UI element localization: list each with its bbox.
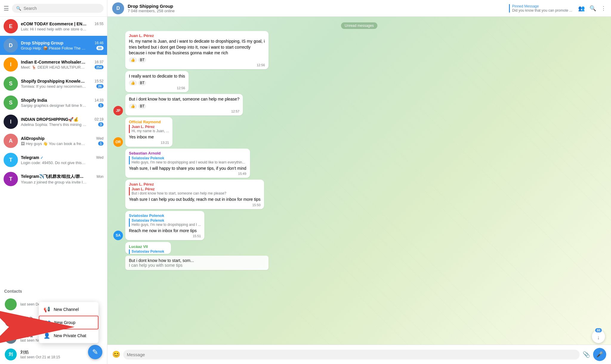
bubble: I really want to dedicate to this👍BT12:5… xyxy=(125,71,189,92)
pinned-text: Did you know that you can promote ... xyxy=(512,8,572,13)
chat-item-shopify-drop[interactable]: SShopify Dropshipping Knowledge ...15:52… xyxy=(0,74,107,93)
unread-badge: 26 xyxy=(96,84,104,88)
chat-preview: Sanjay graphics designer full time freel… xyxy=(21,103,87,108)
search-chat-icon[interactable]: 🔍 xyxy=(590,5,596,12)
chat-item-shopify-india[interactable]: SShopify India14:33Sanjay graphics desig… xyxy=(0,93,107,112)
chat-preview: Adelina Sophia: There's this mining plat… xyxy=(21,122,87,127)
menu-icon[interactable]: ☰ xyxy=(4,5,9,12)
reaction[interactable]: 👍 xyxy=(129,80,137,86)
members-icon[interactable]: 👥 xyxy=(578,5,585,12)
mic-icon: 🎤 xyxy=(596,351,603,358)
chat-preview: Meet: 🦌 DEER HEAD MULTIPURPOS... xyxy=(21,65,87,70)
reaction[interactable]: 👍 xyxy=(129,104,137,109)
reaction[interactable]: BT xyxy=(138,104,146,109)
partial-messages: But i dont know how to start, som...I ca… xyxy=(125,256,269,270)
chat-item-alidrop[interactable]: AAliDropshipWed🖼 Hey guys 👋 You can book… xyxy=(0,131,107,150)
chat-name: Telegram ✓ xyxy=(21,155,43,160)
chat-name: eCOM TODAY Ecommerce | ENG C... xyxy=(21,21,87,26)
chat-name: Drop Shipping Group xyxy=(21,41,63,45)
chat-name: Drop Shipping Group xyxy=(128,4,505,9)
chat-time: Mon xyxy=(97,175,104,179)
bubble: But i dont know how to start, someone ca… xyxy=(125,94,243,115)
bubble: Sebastian ArnoldSviatoslav PolenokHello … xyxy=(125,149,250,178)
message-m4: OROfficial RaymondJuan L. PérezHi, my na… xyxy=(113,117,605,147)
unread-badge: 1 xyxy=(98,141,104,146)
scroll-to-bottom[interactable]: 88 ↓ xyxy=(592,330,605,343)
chat-item-ecom[interactable]: EeCOM TODAY Ecommerce | ENG C...16:55Lui… xyxy=(0,17,107,36)
unread-divider: Unread messages xyxy=(113,23,605,28)
reply-sender: Juan L. Pérez xyxy=(132,187,260,191)
message-avatar: SA xyxy=(113,231,123,240)
chat-info: eCOM TODAY Ecommerce | ENG C...16:55Luis… xyxy=(21,21,104,31)
chat-preview: Login code: 49450. Do not give this code… xyxy=(21,161,87,165)
avatar: S xyxy=(4,76,18,91)
chat-list: EeCOM TODAY Ecommerce | ENG C...16:55Lui… xyxy=(0,17,107,285)
sender-name: Official Raymond xyxy=(129,120,169,124)
contact-item-c4[interactable]: 刘刘焰last seen Oct 21 at 18:15 xyxy=(4,346,103,363)
attach-button[interactable]: 📎 xyxy=(583,351,590,358)
header-icons: 👥 🔍 ⋮ xyxy=(578,5,606,12)
search-box[interactable]: 🔍 xyxy=(12,4,104,13)
reply-text: Hello guys, I'm new to dropshipping and … xyxy=(132,160,246,164)
svg-marker-0 xyxy=(0,309,75,345)
partial-sub: I can help you with some tips xyxy=(129,263,265,268)
reply-sender: Sviatoslav Polenok xyxy=(132,156,246,160)
chat-preview: 🖼 Hey guys 👋 You can book a free m... xyxy=(21,141,87,146)
reply-text: Hello guys, I'm new to dropshipping and … xyxy=(132,223,201,227)
chat-members: 7 048 members, 258 online xyxy=(128,9,505,13)
chat-item-telegram-fly[interactable]: TTelegram✈️飞机群发/组拉人/群...MonYixuan z join… xyxy=(0,169,107,189)
more-icon[interactable]: ⋮ xyxy=(601,5,606,12)
avatar: E xyxy=(4,19,18,33)
mic-button[interactable]: 🎤 xyxy=(593,348,606,361)
new-chat-button[interactable]: ✎ xyxy=(88,345,102,359)
chat-item-dropshipping[interactable]: DDrop Shipping Group16:46Group Help: 📦 P… xyxy=(0,36,107,55)
reaction[interactable]: BT xyxy=(138,57,146,63)
emoji-button[interactable]: 😊 xyxy=(112,351,120,358)
chat-info: Drop Shipping Group16:46Group Help: 📦 Pl… xyxy=(21,41,104,50)
message-input[interactable] xyxy=(123,350,580,360)
partial-text: But i dont know how to start, som... xyxy=(129,258,265,263)
chat-info: AliDropshipWed🖼 Hey guys 👋 You can book … xyxy=(21,136,104,146)
reply-text: Hi, my name is Juan, ... xyxy=(132,129,169,133)
message-m2: I really want to dedicate to this👍BT12:5… xyxy=(113,71,605,92)
message-time: 15:51 xyxy=(129,234,201,238)
message-time: 12:56 xyxy=(129,63,265,67)
avatar: T xyxy=(4,153,18,167)
bubble: Juan L. PérezJuan L. PérezBut i dont kno… xyxy=(125,180,264,209)
chat-info: Telegram ✓WedLogin code: 49450. Do not g… xyxy=(21,155,104,165)
unread-count-badge: 88 xyxy=(595,328,602,332)
avatar: I xyxy=(4,115,18,129)
reactions: 👍BT xyxy=(129,80,185,86)
verified-icon: ✓ xyxy=(39,156,43,160)
chat-preview: Yixuan z joined the group via invite lin… xyxy=(21,180,87,184)
chat-messages: Unread messages Juan L. PérezHi, my name… xyxy=(107,17,611,345)
reply-sender: Juan L. Pérez xyxy=(132,125,169,129)
chat-name: INDIAN DROPSHIPPING🚀💰 xyxy=(21,117,78,122)
input-area: 😊 📎 🎤 xyxy=(107,345,611,364)
avatar xyxy=(5,298,17,310)
avatar: D xyxy=(4,38,18,53)
chat-item-indian-ecom[interactable]: IIndian E-Commerce Wholsaler B2...16:37M… xyxy=(0,55,107,74)
message-time: 13:21 xyxy=(129,141,169,144)
pinned-message[interactable]: Pinned Message Did you know that you can… xyxy=(509,4,572,13)
avatar: I xyxy=(4,57,18,72)
chat-item-telegram[interactable]: TTelegram ✓WedLogin code: 49450. Do not … xyxy=(0,150,107,169)
reaction[interactable]: BT xyxy=(138,80,146,86)
unread-badge: 254 xyxy=(95,65,104,69)
pinned-label: Pinned Message xyxy=(512,4,572,8)
message-time: 15:50 xyxy=(129,203,260,207)
reply-quote: Juan L. PérezHi, my name is Juan, ... xyxy=(129,125,169,133)
chat-item-indian-drop[interactable]: IINDIAN DROPSHIPPING🚀💰02:19Adelina Sophi… xyxy=(0,112,107,131)
reply-sender: Sviatoslav Polenok xyxy=(132,218,201,223)
chat-time: 15:52 xyxy=(95,79,104,83)
reply-quote: Sviatoslav PolenokHello guys, I'm new t.… xyxy=(129,249,167,254)
reaction[interactable]: 👍 xyxy=(129,57,137,63)
unread-label: Unread messages xyxy=(341,22,377,29)
chat-time: 16:46 xyxy=(95,41,104,45)
reply-quote: Sviatoslav PolenokHello guys, I'm new to… xyxy=(129,156,246,164)
chat-info: Indian E-Commerce Wholsaler B2...16:37Me… xyxy=(21,60,104,70)
avatar: 刘 xyxy=(5,348,17,360)
search-input[interactable] xyxy=(24,6,99,11)
message-avatar: OR xyxy=(113,137,123,147)
chat-avatar[interactable]: D xyxy=(112,2,124,14)
